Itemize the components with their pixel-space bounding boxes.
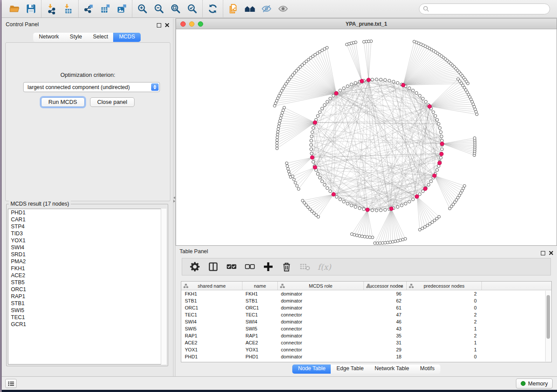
network-node[interactable]: [293, 178, 295, 181]
first-neighbors-button[interactable]: [242, 1, 258, 16]
network-node[interactable]: [457, 78, 459, 80]
tab-style[interactable]: Style: [64, 33, 88, 42]
table-row[interactable]: SWI4SWI4dominator462: [181, 318, 551, 325]
network-node[interactable]: [350, 83, 353, 86]
network-node[interactable]: [404, 202, 407, 205]
network-node[interactable]: [391, 241, 394, 243]
network-node[interactable]: [356, 234, 358, 237]
network-node[interactable]: [310, 144, 313, 147]
memory-button[interactable]: Memory: [516, 378, 553, 389]
close-panel-button[interactable]: Close panel: [90, 97, 135, 107]
function-builder-button[interactable]: f(x): [318, 262, 331, 272]
tab-select[interactable]: Select: [87, 33, 114, 42]
table-row[interactable]: ORC1ORC1dominator610: [181, 304, 551, 311]
table-cell[interactable]: 2: [406, 290, 481, 297]
network-node[interactable]: [297, 188, 300, 190]
zoom-selected-button[interactable]: [184, 1, 201, 16]
network-node[interactable]: [379, 209, 382, 212]
network-node[interactable]: [371, 209, 374, 212]
network-node[interactable]: [384, 79, 387, 82]
network-node[interactable]: [291, 175, 294, 178]
network-node[interactable]: [277, 127, 280, 130]
network-node[interactable]: [408, 200, 411, 203]
import-network-button[interactable]: [43, 1, 60, 16]
network-node-dominator[interactable]: [389, 207, 393, 211]
network-node[interactable]: [282, 109, 284, 111]
table-cell[interactable]: 29: [363, 346, 406, 353]
network-node[interactable]: [288, 173, 291, 175]
network-node[interactable]: [316, 114, 319, 117]
column-header-predecessor-nodes[interactable]: predecessor nodes: [406, 282, 481, 290]
table-cell[interactable]: RAP1: [181, 332, 242, 339]
zoom-in-button[interactable]: [134, 1, 151, 16]
table-scrollbar[interactable]: [545, 291, 551, 361]
network-node[interactable]: [361, 235, 363, 237]
network-node[interactable]: [276, 141, 278, 144]
table-row[interactable]: ACE2ACE2connector311: [181, 339, 551, 346]
table-cell[interactable]: dominator: [277, 332, 363, 339]
mcds-result-item[interactable]: YOX1: [8, 237, 166, 244]
table-cell[interactable]: 35: [363, 332, 406, 339]
network-node[interactable]: [294, 181, 297, 184]
network-node[interactable]: [366, 236, 369, 238]
delete-table-button[interactable]: [299, 261, 311, 272]
mcds-result-item[interactable]: GCR1: [8, 321, 166, 328]
mcds-result-item[interactable]: PHD1: [8, 209, 166, 216]
network-node[interactable]: [422, 97, 425, 100]
tab-motifs[interactable]: Motifs: [414, 364, 440, 374]
table-cell[interactable]: 62: [363, 297, 406, 304]
network-node[interactable]: [276, 139, 278, 141]
table-cell[interactable]: SWI5: [181, 325, 242, 332]
tab-edge-table[interactable]: Edge Table: [331, 364, 369, 374]
table-cell[interactable]: 2: [406, 332, 481, 339]
table-cell[interactable]: 96: [363, 290, 406, 297]
table-cell[interactable]: dominator: [277, 297, 363, 304]
table-cell[interactable]: connector: [277, 346, 363, 353]
network-node[interactable]: [379, 78, 382, 81]
network-node[interactable]: [375, 78, 378, 81]
run-mcds-button[interactable]: Run MCDS: [41, 97, 85, 107]
hide-selected-button[interactable]: [258, 1, 275, 16]
deselect-all-button[interactable]: [244, 261, 256, 272]
network-node[interactable]: [311, 131, 314, 134]
network-node-dominator[interactable]: [360, 79, 364, 83]
network-node[interactable]: [419, 94, 422, 97]
network-node-dominator[interactable]: [313, 165, 317, 169]
network-node[interactable]: [424, 100, 427, 103]
network-node[interactable]: [280, 114, 283, 117]
table-cell[interactable]: ORC1: [242, 304, 277, 311]
network-node[interactable]: [277, 131, 279, 133]
table-row[interactable]: SWI5SWI5connector431: [181, 325, 551, 332]
network-node[interactable]: [419, 193, 422, 196]
add-column-button[interactable]: [263, 261, 274, 272]
table-cell[interactable]: YOX1: [242, 346, 277, 353]
column-header-MCDS-role[interactable]: MCDS role: [277, 282, 363, 290]
float-panel-icon[interactable]: [157, 23, 161, 28]
mcds-result-list[interactable]: PHD1CAR1STP4TID3YOX1SWI4SRD1PMA2FKH1ACE2…: [8, 209, 166, 364]
zoom-out-button[interactable]: [151, 1, 167, 16]
network-node[interactable]: [339, 89, 342, 92]
tab-node-table[interactable]: Node Table: [292, 364, 331, 374]
network-node[interactable]: [371, 78, 374, 81]
export-network-button[interactable]: [80, 1, 97, 16]
network-node[interactable]: [358, 234, 361, 237]
network-node-dominator[interactable]: [310, 155, 314, 159]
network-node[interactable]: [335, 196, 338, 199]
table-cell[interactable]: 2: [406, 311, 481, 318]
network-node[interactable]: [321, 180, 324, 183]
network-window-titlebar[interactable]: YPA_prune.txt_1: [176, 19, 557, 29]
table-cell[interactable]: ORC1: [181, 304, 242, 311]
network-node-dominator[interactable]: [332, 193, 336, 196]
table-cell[interactable]: connector: [277, 339, 363, 346]
network-node[interactable]: [287, 168, 289, 170]
network-node[interactable]: [332, 94, 335, 97]
network-node[interactable]: [276, 144, 278, 147]
mcds-result-item[interactable]: PMA2: [8, 258, 166, 265]
network-node[interactable]: [346, 202, 349, 205]
network-node[interactable]: [279, 120, 281, 122]
network-node[interactable]: [371, 236, 374, 239]
table-row[interactable]: TEC1TEC1connector472: [181, 311, 551, 318]
network-node[interactable]: [396, 82, 399, 85]
table-cell[interactable]: 1: [406, 339, 481, 346]
open-button[interactable]: [6, 1, 23, 16]
